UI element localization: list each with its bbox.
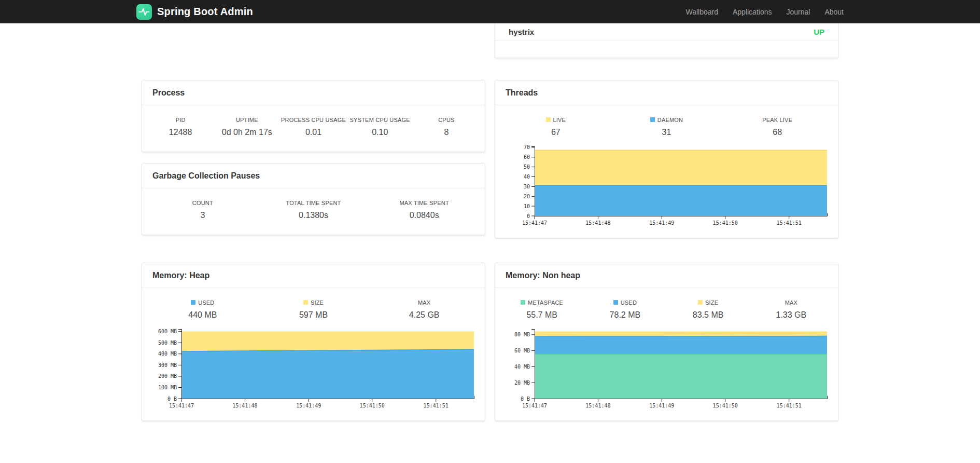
- stat-value: 597 MB: [258, 310, 369, 320]
- stat-value: 55.7 MB: [500, 310, 583, 320]
- brand[interactable]: Spring Boot Admin: [136, 4, 253, 20]
- stat-gc-total: TOTAL TIME SPENT 0.1380s: [258, 200, 369, 220]
- svg-text:10: 10: [524, 203, 530, 209]
- svg-text:15:41:48: 15:41:48: [232, 403, 257, 408]
- stat-value: 3: [147, 211, 258, 220]
- stat-process-cpu: PROCESS CPU USAGE 0.01: [280, 117, 346, 137]
- stat-value: 0.10: [347, 128, 413, 137]
- panel-memory-heap: Memory: Heap USED 440 MB SIZE 597 MB MAX…: [142, 263, 485, 421]
- panel-process: Process PID 12488 UPTIME 0d 0h 2m 17s PR…: [142, 80, 485, 152]
- svg-text:600 MB: 600 MB: [158, 329, 177, 334]
- svg-text:15:41:50: 15:41:50: [713, 403, 738, 408]
- stat-label: MAX TIME SPENT: [369, 200, 480, 206]
- svg-text:60: 60: [524, 154, 530, 160]
- stat-label: USED: [198, 299, 214, 306]
- svg-text:15:41:49: 15:41:49: [296, 403, 321, 408]
- stat-label: PEAK LIVE: [722, 117, 833, 123]
- nav-link-about[interactable]: About: [824, 8, 844, 16]
- stat-value: 4.25 GB: [369, 310, 480, 320]
- svg-text:15:41:51: 15:41:51: [777, 220, 802, 226]
- svg-text:15:41:48: 15:41:48: [585, 220, 610, 226]
- svg-text:50: 50: [524, 164, 530, 170]
- nav-link-journal[interactable]: Journal: [786, 8, 810, 16]
- legend-item-used: USED 440 MB: [147, 299, 258, 320]
- panel-title: Process: [142, 80, 485, 105]
- legend-item-max: MAX 1.33 GB: [750, 299, 833, 320]
- heap-memory-chart: 0 B100 MB200 MB300 MB400 MB500 MB600 MB1…: [142, 325, 485, 420]
- instance-row-hystrix[interactable]: hystrix UP: [495, 23, 838, 40]
- panel-title: Memory: Heap: [142, 263, 485, 288]
- stat-label: DAEMON: [657, 117, 683, 123]
- nonheap-memory-chart: 0 B20 MB40 MB60 MB80 MB15:41:4715:41:481…: [495, 325, 838, 420]
- stat-value: 67: [500, 128, 611, 137]
- stat-label: COUNT: [147, 200, 258, 206]
- instances-panel: hystrix UP: [495, 23, 838, 58]
- stat-value: 0d 0h 2m 17s: [214, 128, 280, 137]
- stat-value: 78.2 MB: [583, 310, 666, 320]
- stat-label: MAX: [750, 299, 833, 306]
- legend-item-live: LIVE 67: [500, 117, 611, 137]
- row-main: Process PID 12488 UPTIME 0d 0h 2m 17s PR…: [142, 80, 838, 238]
- legend-item-size: SIZE 83.5 MB: [667, 299, 750, 320]
- svg-text:0 B: 0 B: [521, 396, 530, 402]
- stat-label: UPTIME: [214, 117, 280, 123]
- svg-text:400 MB: 400 MB: [158, 351, 177, 357]
- legend-swatch-icon: [303, 300, 308, 305]
- stat-value: 83.5 MB: [667, 310, 750, 320]
- stat-label: USED: [621, 299, 637, 306]
- svg-text:15:41:51: 15:41:51: [424, 403, 449, 408]
- stat-pid: PID 12488: [147, 117, 214, 137]
- svg-text:20: 20: [524, 194, 530, 199]
- stat-value: 8: [413, 128, 480, 137]
- heap-legend: USED 440 MB SIZE 597 MB MAX 4.25 GB: [142, 288, 485, 325]
- legend-swatch-icon: [521, 300, 525, 305]
- legend-item-peak-live: PEAK LIVE 68: [722, 117, 833, 137]
- panel-title: Garbage Collection Pauses: [142, 164, 485, 188]
- stat-gc-count: COUNT 3: [147, 200, 258, 220]
- brand-title: Spring Boot Admin: [157, 6, 253, 18]
- stat-label: PID: [147, 117, 214, 123]
- threads-chart: 01020304050607015:41:4715:41:4815:41:491…: [495, 142, 838, 238]
- svg-text:40: 40: [524, 174, 530, 180]
- legend-item-size: SIZE 597 MB: [258, 299, 369, 320]
- svg-text:300 MB: 300 MB: [158, 362, 177, 368]
- stat-uptime: UPTIME 0d 0h 2m 17s: [214, 117, 280, 137]
- status-badge: UP: [814, 28, 824, 36]
- process-stats: PID 12488 UPTIME 0d 0h 2m 17s PROCESS CP…: [142, 105, 485, 152]
- nav-link-wallboard[interactable]: Wallboard: [685, 8, 718, 16]
- panel-gc: Garbage Collection Pauses COUNT 3 TOTAL …: [142, 163, 485, 235]
- stat-label: PROCESS CPU USAGE: [280, 117, 346, 123]
- legend-swatch-icon: [613, 300, 618, 305]
- stat-label: LIVE: [553, 117, 566, 123]
- panel-title: Memory: Non heap: [495, 263, 838, 288]
- svg-text:100 MB: 100 MB: [158, 385, 177, 390]
- svg-text:40 MB: 40 MB: [514, 364, 530, 370]
- legend-item-max: MAX 4.25 GB: [369, 299, 480, 320]
- svg-text:15:41:49: 15:41:49: [649, 220, 674, 226]
- svg-text:0: 0: [527, 213, 530, 219]
- svg-text:15:41:49: 15:41:49: [649, 403, 674, 408]
- gc-stats: COUNT 3 TOTAL TIME SPENT 0.1380s MAX TIM…: [142, 188, 485, 235]
- stat-cpus: CPUS 8: [413, 117, 480, 137]
- stat-label: TOTAL TIME SPENT: [258, 200, 369, 206]
- stat-value: 0.0840s: [369, 211, 480, 220]
- stat-value: 68: [722, 128, 833, 137]
- navbar: Spring Boot Admin Wallboard Applications…: [0, 0, 980, 23]
- svg-text:60 MB: 60 MB: [514, 348, 530, 353]
- legend-item-used: USED 78.2 MB: [583, 299, 666, 320]
- svg-text:20 MB: 20 MB: [514, 380, 530, 386]
- svg-text:15:41:48: 15:41:48: [585, 403, 610, 408]
- legend-item-daemon: DAEMON 31: [611, 117, 722, 137]
- stat-label: MAX: [369, 299, 480, 306]
- stat-value: 0.1380s: [258, 211, 369, 220]
- panel-title: Threads: [495, 80, 838, 105]
- nav-link-applications[interactable]: Applications: [733, 8, 772, 16]
- stat-label: SYSTEM CPU USAGE: [347, 117, 413, 123]
- stat-label: METASPACE: [528, 299, 563, 306]
- panel-threads: Threads LIVE 67 DAEMON 31 PEAK LIVE 68: [495, 80, 838, 238]
- svg-text:80 MB: 80 MB: [514, 332, 530, 337]
- stat-label: CPUS: [413, 117, 480, 123]
- legend-item-metaspace: METASPACE 55.7 MB: [500, 299, 583, 320]
- stat-gc-max: MAX TIME SPENT 0.0840s: [369, 200, 480, 220]
- stat-system-cpu: SYSTEM CPU USAGE 0.10: [347, 117, 413, 137]
